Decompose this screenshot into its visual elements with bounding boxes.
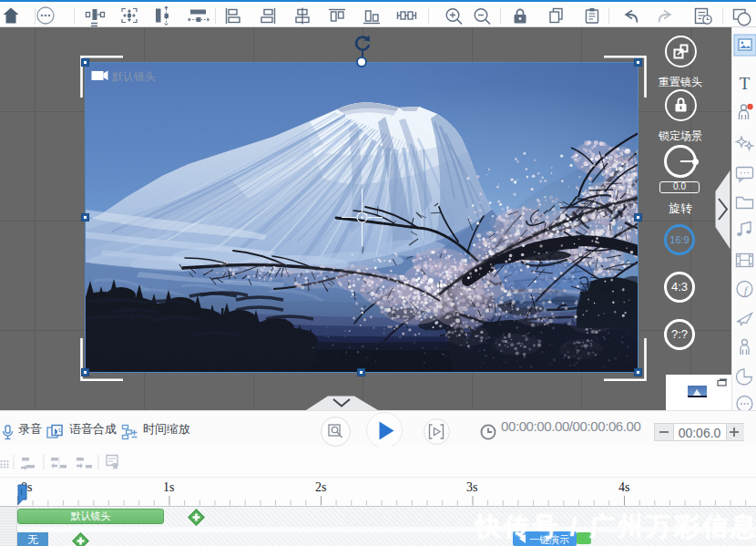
svg-text:f: f <box>744 283 750 297</box>
svg-text:T: T <box>740 74 751 93</box>
